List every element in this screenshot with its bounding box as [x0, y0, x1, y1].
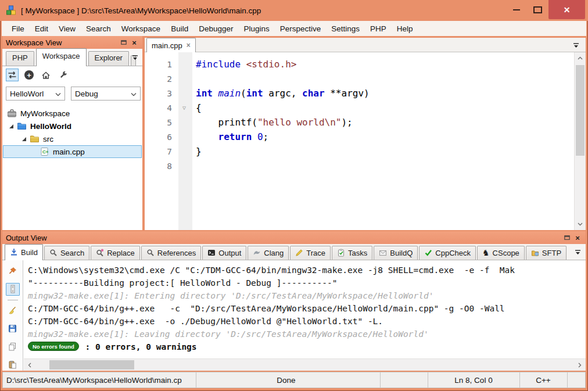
float-pane-button[interactable] [562, 233, 572, 242]
menu-item-help[interactable]: Help [392, 23, 418, 35]
copy-output-button[interactable] [6, 340, 20, 353]
add-project-button[interactable]: + [23, 69, 35, 81]
link-editor-button[interactable] [6, 69, 19, 81]
menu-item-build[interactable]: Build [166, 23, 193, 35]
save-output-button[interactable] [6, 322, 20, 335]
output-tab-clang[interactable]: Clang [248, 246, 289, 260]
editor-tab-maincpp[interactable]: main.cpp × [146, 38, 196, 52]
scrollbar-thumb[interactable] [49, 360, 134, 370]
output-tab-build[interactable]: Build [5, 244, 43, 260]
console-line: No errors found : 0 errors, 0 warnings [28, 340, 586, 353]
tree-item-src[interactable]: src [2, 132, 142, 145]
build-output-body: C:\Windows\system32\cmd.exe /C "C:/TDM-G… [2, 260, 586, 371]
pin-button[interactable] [6, 265, 20, 278]
menu-item-edit[interactable]: Edit [30, 23, 53, 35]
code-line: 8 [145, 159, 574, 173]
statusbar-empty-section [567, 372, 585, 388]
tab-workspace[interactable]: Workspace [36, 48, 87, 66]
menu-item-file[interactable]: File [6, 23, 30, 35]
console-line: C:\Windows\system32\cmd.exe /C "C:/TDM-G… [28, 264, 586, 277]
tab-close-icon[interactable]: × [187, 41, 191, 49]
code-line: 1#include <stdio.h> [145, 57, 574, 71]
float-pane-button[interactable] [119, 38, 128, 47]
no-errors-badge: No errors found [28, 342, 79, 351]
wrench-icon [59, 71, 67, 80]
output-tab-references[interactable]: References [141, 246, 201, 260]
project-select-value: HelloWorl [10, 89, 44, 98]
minimize-button[interactable] [507, 0, 526, 19]
output-tab-sftp[interactable]: SFTP [526, 246, 567, 260]
output-tab-replace[interactable]: Replace [91, 246, 140, 260]
workspace-combos: HelloWorl Debug [2, 84, 142, 103]
close-pane-button[interactable]: × [573, 233, 582, 242]
clear-output-button[interactable] [6, 304, 20, 317]
output-tab-buildq[interactable]: BuildQ [374, 246, 418, 260]
build-config-select[interactable]: Debug [71, 87, 141, 101]
project-select[interactable]: HelloWorl [6, 87, 65, 101]
output-tab-label: BuildQ [390, 249, 413, 257]
menu-item-php[interactable]: PHP [365, 23, 392, 35]
output-tab-overflow-button[interactable] [573, 248, 582, 256]
console-horizontal-scrollbar[interactable] [24, 358, 586, 371]
chevron-down-icon [131, 89, 137, 98]
output-tab-search[interactable]: Search [44, 246, 89, 260]
tab-php[interactable]: PHP [6, 51, 34, 66]
terminal-icon [207, 249, 216, 257]
editor-tab-overflow-button[interactable] [571, 41, 581, 50]
menu-item-workspace[interactable]: Workspace [116, 23, 166, 35]
workspace-tab-overflow-button[interactable] [130, 53, 140, 62]
output-tab-cppcheck[interactable]: CppCheck [419, 246, 476, 260]
tree-item-workspace[interactable]: MyWorkspace [2, 107, 142, 120]
paste-button[interactable] [6, 358, 20, 371]
output-tab-label: Trace [306, 249, 325, 257]
maximize-button[interactable] [528, 0, 547, 19]
codelite-window: [ MyWorkspace ] D:\src\TestArea\MyWorksp… [0, 0, 588, 391]
build-console[interactable]: C:\Windows\system32\cmd.exe /C "C:/TDM-G… [24, 260, 586, 359]
search-icon [49, 249, 58, 257]
menu-item-plugins[interactable]: Plugins [238, 23, 274, 35]
output-tab-output[interactable]: Output [202, 246, 246, 260]
output-tab-tasks[interactable]: Tasks [332, 246, 372, 260]
scroll-lock-button[interactable] [6, 283, 20, 296]
workspace-tree: MyWorkspace HelloWorld src C+ main.cpp [2, 103, 142, 230]
console-line: mingw32-make.exe[1]: Leaving directory '… [28, 328, 586, 340]
scroll-left-icon[interactable] [25, 359, 34, 371]
statusbar-status: Done [192, 372, 381, 388]
home-icon [41, 71, 51, 80]
menu-item-perspective[interactable]: Perspective [275, 23, 327, 35]
add-icon: + [24, 70, 34, 80]
tab-explorer[interactable]: Explorer [88, 51, 129, 66]
tasks-icon [337, 249, 345, 257]
scrollbar-thumb[interactable] [576, 65, 585, 156]
buildq-icon [379, 249, 387, 257]
code-editor[interactable]: 1#include <stdio.h>23int main(int argc, … [145, 52, 586, 230]
toolbar-separator [8, 300, 18, 300]
fold-marker-icon[interactable]: ▽ [177, 105, 191, 111]
output-tab-cscope[interactable]: ♞ CScope [477, 246, 525, 260]
output-tab-label: Build [21, 248, 38, 257]
tree-item-maincpp[interactable]: C+ main.cpp [3, 145, 142, 158]
tree-item-helloworld[interactable]: HelloWorld [2, 120, 142, 132]
titlebar: [ MyWorkspace ] D:\src\TestArea\MyWorksp… [0, 0, 588, 21]
home-button[interactable] [40, 69, 52, 81]
menu-item-debugger[interactable]: Debugger [193, 23, 238, 35]
editor-vertical-scrollbar[interactable] [574, 52, 586, 230]
float-pane-icon [564, 234, 571, 241]
scroll-down-icon[interactable] [575, 220, 586, 229]
menu-item-search[interactable]: Search [81, 23, 116, 35]
expand-arrow-icon[interactable] [22, 137, 26, 141]
menu-item-view[interactable]: View [53, 23, 81, 35]
close-pane-button[interactable]: × [130, 38, 139, 47]
menu-item-settings[interactable]: Settings [326, 23, 365, 35]
scroll-up-icon[interactable] [575, 53, 586, 63]
output-view-panel: Output View × Build Search Replace Refer… [2, 231, 586, 371]
app-logo-icon [6, 5, 16, 16]
close-button[interactable]: ✕ [548, 0, 585, 19]
scroll-right-icon[interactable] [575, 359, 585, 371]
output-tab-label: Clang [264, 249, 284, 257]
output-tab-trace[interactable]: Trace [290, 246, 331, 260]
statusbar: D:\src\TestArea\MyWorkspace\HelloWorld\m… [2, 372, 586, 388]
expand-arrow-icon[interactable] [9, 124, 13, 128]
settings-wrench-button[interactable] [56, 69, 69, 81]
float-pane-icon [120, 39, 127, 46]
